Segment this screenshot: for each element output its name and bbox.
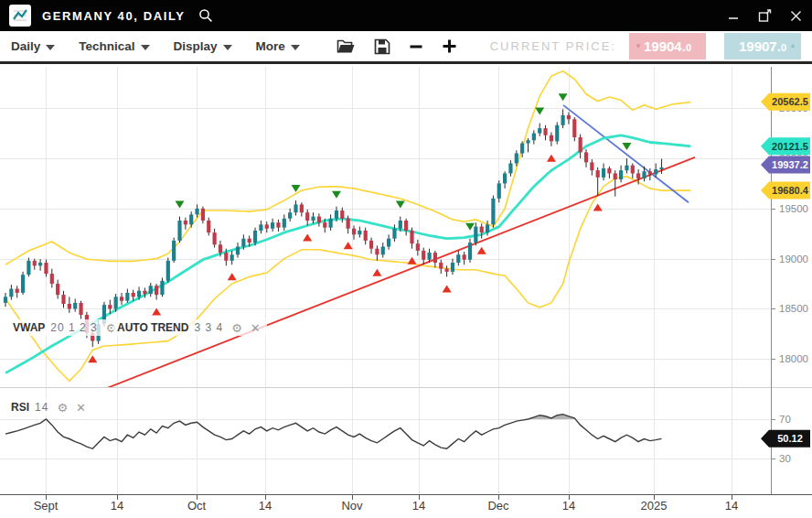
chevron-down-icon: [223, 45, 232, 50]
svg-text:50.12: 50.12: [777, 433, 803, 444]
axis-badges-layer: 20562.520121.519937.219680.450.12: [761, 93, 810, 448]
popout-icon: [758, 9, 772, 23]
close-icon: [790, 10, 802, 22]
trading-app-window: 1800018500190001950020000205007030Sept14…: [0, 0, 812, 518]
auto-trend-up-line: [104, 157, 695, 389]
current-price-label: CURRENT PRICE:: [490, 39, 616, 53]
svg-text:14: 14: [725, 499, 738, 513]
popout-button[interactable]: [757, 8, 772, 23]
arrow-down-icon: ▼: [635, 42, 642, 50]
sell-signal-icon: [465, 223, 475, 231]
buy-signal-icon: [443, 285, 452, 292]
auto-trend-params: 3 3 4: [194, 321, 223, 334]
auto-trend-name: AUTO TREND: [117, 321, 188, 334]
auto-trend-settings-button[interactable]: ⚙: [231, 322, 242, 334]
svg-text:Oct: Oct: [187, 499, 207, 513]
grid-layer: [0, 67, 771, 494]
svg-text:14: 14: [111, 499, 123, 513]
svg-text:Dec: Dec: [487, 499, 509, 513]
sell-signal-icon: [622, 143, 631, 150]
floppy-icon: [374, 38, 390, 55]
sell-signal-icon: [559, 93, 568, 101]
buy-signal-icon: [477, 247, 486, 254]
buy-price-button[interactable]: 19907.0 ▲: [724, 33, 801, 59]
search-button[interactable]: [198, 8, 213, 23]
save-layout-button[interactable]: [374, 38, 390, 55]
svg-text:30: 30: [779, 453, 791, 464]
svg-text:18000: 18000: [779, 353, 808, 364]
sell-signal-icon: [332, 191, 341, 199]
toolbar: Daily Technical Display More: [0, 31, 812, 64]
vwap-params: 20 1 2 3: [50, 321, 97, 334]
svg-text:2025: 2025: [641, 499, 668, 513]
buy-signal-icon: [372, 269, 381, 276]
buy-price-value: 19907.: [739, 38, 781, 54]
chart-logo-icon: [9, 5, 31, 27]
svg-text:70: 70: [779, 414, 791, 425]
svg-text:14: 14: [259, 499, 272, 513]
vwap-name: VWAP: [13, 321, 45, 334]
close-button[interactable]: [788, 8, 803, 23]
svg-text:19937.2: 19937.2: [772, 159, 808, 170]
auto-trend-down-line: [563, 105, 689, 202]
zoom-in-button[interactable]: [442, 38, 457, 54]
menu-more-label: More: [256, 39, 285, 53]
search-icon: [198, 8, 213, 23]
svg-text:14: 14: [562, 499, 575, 513]
indicator-label-auto-trend: AUTO TREND 3 3 4 ⚙ ✕: [113, 319, 267, 336]
minimize-button[interactable]: [726, 8, 741, 23]
indicator-label-rsi: RSI 14 ⚙ ✕: [7, 399, 92, 415]
arrow-up-icon: ▲: [789, 41, 796, 49]
bollinger-lower-band: [5, 177, 690, 382]
minimize-icon: [728, 10, 739, 21]
menu-display-label: Display: [174, 39, 218, 53]
main-pane: [5, 71, 695, 390]
sell-price-button[interactable]: ▼ 19904.0: [629, 33, 706, 59]
folder-icon: [337, 38, 356, 54]
rsi-name: RSI: [11, 401, 29, 414]
open-layout-button[interactable]: [337, 38, 356, 54]
chart-canvas: 1800018500190001950020000205007030Sept14…: [0, 0, 812, 518]
svg-text:Nov: Nov: [341, 499, 363, 513]
sell-signal-icon: [535, 108, 544, 115]
chevron-down-icon: [291, 45, 300, 50]
chevron-down-icon: [46, 45, 55, 50]
menu-display[interactable]: Display: [174, 39, 232, 53]
axes-layer: 1800018500190001950020000205007030Sept14…: [0, 67, 812, 513]
plus-icon: [442, 38, 457, 54]
auto-trend-remove-button[interactable]: ✕: [251, 322, 261, 334]
chevron-down-icon: [141, 45, 150, 50]
sell-signal-icon: [176, 201, 185, 209]
svg-text:Sept: Sept: [34, 499, 59, 513]
title-bar: GERMANY 40, DAILY: [0, 0, 812, 31]
rsi-params: 14: [35, 401, 48, 414]
svg-text:20562.5: 20562.5: [772, 96, 808, 107]
minus-icon: [409, 39, 423, 54]
svg-text:14: 14: [412, 499, 425, 513]
buy-signal-icon: [593, 204, 603, 211]
svg-text:18500: 18500: [779, 303, 808, 314]
buy-signal-icon: [408, 257, 417, 264]
menu-timeframe[interactable]: Daily: [11, 39, 55, 53]
menu-technical[interactable]: Technical: [79, 39, 149, 53]
bollinger-upper-band: [5, 71, 690, 265]
sell-signal-icon: [396, 201, 405, 209]
rsi-settings-button[interactable]: ⚙: [57, 402, 68, 414]
zoom-out-button[interactable]: [409, 39, 423, 54]
menu-technical-label: Technical: [79, 39, 134, 53]
buy-signal-icon: [547, 155, 556, 162]
buy-signal-icon: [344, 242, 353, 249]
candles-layer: [4, 109, 664, 347]
svg-text:19000: 19000: [779, 254, 808, 264]
sell-price-value: 19904.: [644, 38, 686, 54]
svg-text:20121.5: 20121.5: [772, 141, 808, 152]
svg-text:19680.4: 19680.4: [772, 185, 809, 196]
buy-signal-icon: [303, 233, 312, 241]
window-title: GERMANY 40, DAILY: [42, 9, 186, 23]
rsi-remove-button[interactable]: ✕: [76, 402, 86, 414]
menu-timeframe-label: Daily: [11, 39, 40, 53]
svg-text:19500: 19500: [779, 203, 808, 214]
menu-more[interactable]: More: [256, 39, 300, 53]
buy-signal-icon: [228, 273, 237, 280]
